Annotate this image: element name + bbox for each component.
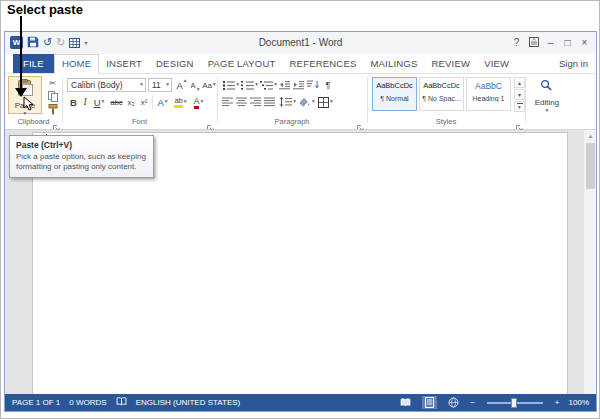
line-spacing-icon[interactable]: ▾ <box>279 95 296 109</box>
font-size-dropdown-icon[interactable]: ▾ <box>166 82 169 88</box>
multilevel-dropdown-icon: ▾ <box>274 82 277 88</box>
subscript-letters: x₂ <box>127 98 134 107</box>
font-group-label: Font <box>62 117 217 126</box>
zoom-slider[interactable] <box>487 402 543 404</box>
sign-in-link[interactable]: Sign in <box>559 54 588 73</box>
tooltip-body: Pick a paste option, such as keeping for… <box>16 152 147 173</box>
help-button[interactable]: ? <box>508 34 525 50</box>
shrink-font-arrow-icon: ▾ <box>197 87 200 93</box>
highlight-color-button[interactable]: ab▾ <box>172 95 189 109</box>
borders-icon[interactable]: ▾ <box>317 95 334 109</box>
borders-dropdown-icon: ▾ <box>330 99 333 105</box>
page-indicator[interactable]: PAGE 1 OF 1 <box>12 398 60 407</box>
zoom-level[interactable]: 100% <box>569 398 589 407</box>
screenshot: Select paste W ↺ ↻ ▾ Document1 - Word ? … <box>0 0 600 419</box>
style-no-spacing-preview: AaBbCcDc <box>420 81 463 91</box>
align-center-icon[interactable] <box>236 95 248 109</box>
bold-button[interactable]: B <box>68 95 79 109</box>
text-effects-button[interactable]: A▾ <box>155 95 170 109</box>
scrollbar-thumb[interactable] <box>586 143 595 189</box>
grow-font-button[interactable]: A▴ <box>175 78 188 92</box>
show-paragraph-marks-button[interactable]: ¶ <box>322 78 334 92</box>
word-count[interactable]: 0 WORDS <box>69 398 106 407</box>
multilevel-list-icon[interactable]: ▾ <box>260 78 277 92</box>
strikethrough-button[interactable]: abc <box>109 95 124 109</box>
tab-design[interactable]: DESIGN <box>149 54 201 73</box>
small-separator <box>152 95 153 109</box>
font-name-dropdown-icon[interactable]: ▾ <box>140 82 143 88</box>
sort-icon[interactable] <box>307 78 320 92</box>
tab-review[interactable]: REVIEW <box>424 54 477 73</box>
annotation-select-paste: Select paste <box>7 2 83 17</box>
proofing-icon[interactable] <box>116 397 127 408</box>
shading-icon[interactable]: ▾ <box>298 95 315 109</box>
vertical-scrollbar[interactable]: ▲ <box>583 130 596 394</box>
editing-magnifier-icon[interactable] <box>538 78 554 93</box>
tab-mailings[interactable]: MAILINGS <box>363 54 424 73</box>
line-spacing-dropdown-icon: ▾ <box>293 99 296 105</box>
paragraph-group-label: Paragraph <box>217 117 367 126</box>
word-window: W ↺ ↻ ▾ Document1 - Word ? – □ × FILE HO… <box>4 31 597 412</box>
format-painter-icon[interactable] <box>45 103 60 115</box>
styles-more-arrow: ▾ <box>518 105 521 111</box>
tab-home[interactable]: HOME <box>54 54 99 74</box>
close-button[interactable]: × <box>576 34 593 50</box>
highlight-dropdown-icon: ▾ <box>184 99 187 105</box>
font-color-button[interactable]: A▾ <box>191 95 206 109</box>
web-layout-icon[interactable] <box>446 396 461 409</box>
style-heading-1[interactable]: AaBbC Heading 1 <box>466 77 511 111</box>
maximize-button[interactable]: □ <box>559 34 576 50</box>
ribbon-display-options-icon[interactable] <box>525 34 542 50</box>
zoom-slider-thumb[interactable] <box>511 398 517 408</box>
print-layout-icon[interactable] <box>422 396 437 409</box>
title-bar: W ↺ ↻ ▾ Document1 - Word ? – □ × <box>5 32 596 54</box>
justify-icon[interactable] <box>264 95 276 109</box>
italic-button[interactable]: I <box>80 95 90 109</box>
superscript-button[interactable]: x² <box>138 95 150 109</box>
language-indicator[interactable]: ENGLISH (UNITED STATES) <box>136 398 241 407</box>
bullets-icon[interactable]: ▾ <box>222 78 239 92</box>
pilcrow-glyph: ¶ <box>326 80 331 90</box>
tab-view[interactable]: VIEW <box>477 54 516 73</box>
paste-tooltip: Paste (Ctrl+V) Pick a paste option, such… <box>9 135 154 178</box>
align-right-icon[interactable] <box>250 95 262 109</box>
editing-label: Editing <box>535 98 559 107</box>
styles-scroll-up-icon[interactable]: ▴ <box>514 77 525 88</box>
shading-dropdown-icon: ▾ <box>312 99 315 105</box>
ribbon-tab-row: FILE HOME INSERT DESIGN PAGE LAYOUT REFE… <box>5 54 596 74</box>
underline-button[interactable]: U▾ <box>91 95 107 109</box>
decrease-indent-icon[interactable] <box>279 78 291 92</box>
tab-page-layout[interactable]: PAGE LAYOUT <box>201 54 283 73</box>
increase-indent-icon[interactable] <box>293 78 305 92</box>
editing-dropdown-icon[interactable]: ▾ <box>523 107 571 115</box>
styles-group-label: Styles <box>367 117 525 126</box>
tooltip-title: Paste (Ctrl+V) <box>16 140 147 150</box>
cut-icon[interactable]: ✂ <box>45 77 60 89</box>
grow-font-arrow-icon: ▴ <box>184 78 187 84</box>
font-size-value: 11 <box>152 80 166 90</box>
ribbon-home: Paste ▾ ✂ Clipboard Calibri (Body) ▾ 11 … <box>5 74 596 130</box>
change-case-button[interactable]: Aa▾ <box>202 78 216 92</box>
zoom-in-button[interactable]: + <box>555 398 560 407</box>
align-left-icon[interactable] <box>222 95 234 109</box>
font-name-combobox[interactable]: Calibri (Body) ▾ <box>67 78 146 92</box>
minimize-button[interactable]: – <box>542 34 559 50</box>
zoom-out-button[interactable]: − <box>470 398 475 407</box>
mouse-cursor-icon <box>23 96 34 116</box>
shrink-font-button[interactable]: A▾ <box>189 78 201 92</box>
font-name-value: Calibri (Body) <box>71 80 140 90</box>
style-normal[interactable]: AaBbCcDc ¶ Normal <box>372 77 417 111</box>
copy-icon[interactable] <box>45 90 60 102</box>
scroll-up-icon[interactable]: ▲ <box>584 130 597 142</box>
annotation-text: Select paste <box>7 2 83 17</box>
read-mode-icon[interactable] <box>398 396 413 409</box>
tab-insert[interactable]: INSERT <box>99 54 149 73</box>
superscript-letters: x² <box>141 98 148 107</box>
style-heading-1-preview: AaBbC <box>467 81 510 91</box>
highlight-letters: ab <box>174 96 182 108</box>
style-no-spacing[interactable]: AaBbCcDc ¶ No Spac... <box>419 77 464 111</box>
numbering-icon[interactable]: ▾ <box>241 78 258 92</box>
tab-references[interactable]: REFERENCES <box>283 54 364 73</box>
font-size-combobox[interactable]: 11 ▾ <box>148 78 172 92</box>
subscript-button[interactable]: x₂ <box>125 95 137 109</box>
